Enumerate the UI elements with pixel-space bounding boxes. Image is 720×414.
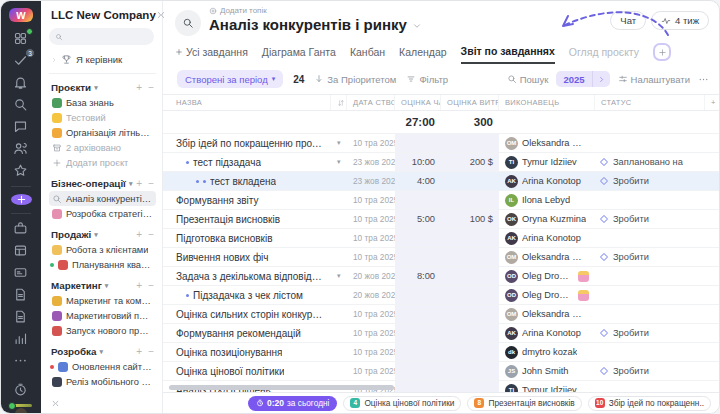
table-row[interactable]: Оцінка цінової політики10 тра 2025JSJohn… — [163, 362, 719, 381]
column-header-cost[interactable]: ОЦІНКА ВИТРАТ — [441, 95, 499, 110]
status-badge[interactable]: Зробити — [595, 172, 705, 190]
expand-caret-icon[interactable]: ▾ — [331, 153, 347, 171]
column-header-time[interactable]: ОЦІНКА ЧАСУ — [395, 95, 441, 110]
people-icon[interactable] — [13, 141, 29, 156]
assignee[interactable]: TITymur Idziiev — [499, 381, 595, 392]
collapse-panel-icon[interactable] — [51, 399, 156, 408]
tasks-icon[interactable]: 3 — [13, 53, 29, 68]
table-row[interactable]: Оцінка сильних сторін конкурентів10 тра … — [163, 305, 719, 324]
task-name[interactable]: Підзадачка з чек лістом — [163, 286, 331, 304]
add-section-item-button[interactable]: + — [136, 280, 142, 291]
stats-icon[interactable] — [13, 331, 29, 346]
column-header-date[interactable]: ДАТА СТВОР.. — [347, 95, 395, 110]
add-button[interactable] — [11, 194, 32, 205]
collapse-section-button[interactable]: − — [148, 82, 154, 93]
section-header[interactable]: Бізнес-операції▾+− — [49, 178, 156, 189]
expand-caret-icon[interactable]: ▾ — [331, 267, 347, 285]
table-row[interactable]: Підзадачка з чек лістом20 жов 2025ODOleg… — [163, 286, 719, 305]
column-header-status[interactable]: СТАТУС — [595, 95, 705, 110]
column-header-add[interactable]: + — [705, 95, 719, 110]
column-header-toggle[interactable] — [331, 95, 347, 110]
assignee[interactable]: ILIlona Lebyd — [499, 191, 595, 209]
favorites-icon[interactable] — [13, 163, 29, 178]
tab-Канбан[interactable]: Канбан — [350, 40, 385, 64]
assignee[interactable]: AKArina Konotop — [499, 229, 595, 247]
task-name[interactable]: Оцінка сильних сторін конкурентів — [163, 305, 331, 323]
sidebar-item[interactable]: Реліз мобільного застосунку — [49, 374, 156, 389]
table-row[interactable]: Презентація висновків10 тра 20255:00100 … — [163, 210, 719, 229]
add-tab-button[interactable] — [653, 43, 671, 61]
user-avatar[interactable] — [11, 404, 32, 407]
open-task-chip[interactable]: 4Оцінка цінової політики — [343, 396, 461, 411]
sidebar-search-input[interactable] — [49, 28, 154, 45]
search-icon[interactable] — [13, 97, 29, 112]
sidebar-item[interactable]: 2 архівовано — [49, 140, 156, 155]
assignee[interactable]: ODOleg Drozdenko — [499, 267, 595, 285]
status-badge[interactable]: Заплановано на — [595, 153, 705, 171]
app-logo[interactable]: w — [9, 8, 33, 22]
task-name[interactable]: Оцінка позиціонування — [163, 343, 331, 361]
assignee[interactable]: AKArina Konotop — [499, 324, 595, 342]
task-name[interactable]: Вивчення нових фіч — [163, 248, 331, 266]
task-name[interactable]: тест підзадача — [163, 153, 331, 171]
contacts-icon[interactable] — [13, 265, 29, 280]
add-section-item-button[interactable]: + — [136, 178, 142, 189]
table-row[interactable]: Формування рекомендацій10 тра 2025AKArin… — [163, 324, 719, 343]
task-name[interactable]: Оцінка цінової політики — [163, 362, 331, 380]
add-section-item-button[interactable]: + — [136, 346, 142, 357]
pages-icon[interactable] — [13, 309, 29, 324]
open-task-chip[interactable]: 10Збір ідей по покращенн.. — [588, 396, 711, 411]
assignee[interactable]: TITymur Idziiev — [499, 153, 595, 171]
column-header-name[interactable]: НАЗВА — [163, 95, 331, 110]
column-header-assignee[interactable]: ВИКОНАВЕЦЬ — [499, 95, 595, 110]
collapse-section-button[interactable]: − — [148, 346, 154, 357]
task-name[interactable]: Формування рекомендацій — [163, 324, 331, 342]
table-row[interactable]: Підготовка висновків10 тра 2025AKArina K… — [163, 229, 719, 248]
tab-Огляд проєкту[interactable]: Огляд проєкту — [569, 40, 639, 64]
collapse-section-button[interactable]: − — [148, 178, 154, 189]
messages-icon[interactable] — [13, 119, 29, 134]
open-task-chip[interactable]: 8Презентація висновків — [467, 396, 581, 411]
sidebar-item[interactable]: Робота з клієнтами — [49, 242, 156, 257]
timer-icon[interactable] — [13, 382, 29, 397]
tab-Звіт по завданнях[interactable]: Звіт по завданнях — [461, 40, 555, 64]
table-row[interactable]: Оцінка позиціонування10 тра 2025dkdmytro… — [163, 343, 719, 362]
sidebar-item[interactable]: База знань — [49, 95, 156, 110]
add-section-item-button[interactable]: + — [136, 229, 142, 240]
search-button[interactable]: Пошук — [507, 74, 549, 85]
sidebar-item[interactable]: Тестовий — [49, 110, 156, 125]
horizontal-scrollbar[interactable] — [169, 385, 394, 390]
assignee[interactable]: JSJohn Smith — [499, 362, 595, 380]
year-selector[interactable]: 2025 — [556, 71, 609, 87]
section-header[interactable]: Розробка▾+− — [49, 346, 156, 357]
notes-icon[interactable] — [13, 287, 29, 302]
weeks-button[interactable]: 4 тиж — [651, 11, 709, 30]
sidebar-item[interactable]: Розробка стратегії 2026 — [49, 206, 156, 221]
assignee[interactable]: dkdmytro kozak — [499, 343, 595, 361]
projects-icon[interactable] — [13, 221, 29, 236]
assignee[interactable]: AKArina Konotop — [499, 172, 595, 190]
assignee[interactable]: OKOryna Kuzmina — [499, 210, 595, 228]
assignee[interactable]: OMOleksandra Mohyr — [499, 305, 595, 323]
page-title[interactable]: Аналіз конкурентів і ринку — [209, 16, 422, 33]
spreadsheet-icon[interactable] — [13, 243, 29, 258]
sidebar-item[interactable]: Маркетинг та комунікації — [49, 293, 156, 308]
section-header[interactable]: Проєкти▾+− — [49, 82, 156, 93]
task-name[interactable]: Презентація висновків — [163, 210, 331, 228]
period-filter-button[interactable]: Створені за період ▾ — [177, 70, 283, 88]
task-name[interactable]: тест вкладена — [163, 172, 331, 190]
tab-Діаграма Ганта[interactable]: Діаграма Ганта — [262, 40, 336, 64]
filter-button[interactable]: Фільтр — [406, 74, 448, 85]
table-row[interactable]: Формування звіту10 тра 2025ILIlona Lebyd — [163, 191, 719, 210]
status-badge[interactable]: Зробити — [595, 248, 705, 266]
chat-button[interactable]: Чат — [610, 11, 646, 30]
sort-button[interactable]: За Пріоритетом — [314, 74, 396, 85]
leader-row[interactable]: Я керівник — [49, 51, 156, 74]
status-badge[interactable]: Зробити — [595, 324, 705, 342]
configure-button[interactable]: Налаштувати — [618, 74, 690, 85]
add-section-item-button[interactable]: + — [136, 82, 142, 93]
section-header[interactable]: Продажі▾+− — [49, 229, 156, 240]
assignee[interactable]: OMOleksandra Mohyr — [499, 248, 595, 266]
apps-icon[interactable] — [13, 31, 29, 46]
sidebar-item[interactable]: Аналіз конкурентів і ринку — [49, 191, 156, 206]
